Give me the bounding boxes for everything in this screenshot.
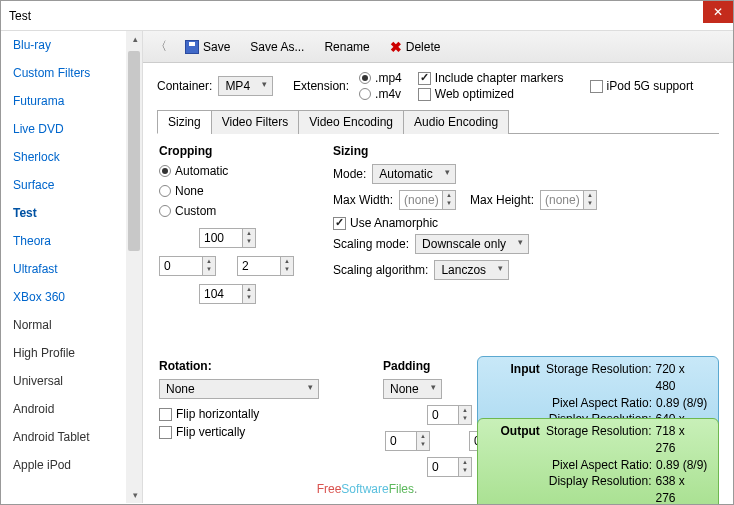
mode-label: Mode: [333, 167, 366, 181]
sidebar-item-test[interactable]: Test [1, 199, 142, 227]
maxh-spinner[interactable]: ▲▼ [540, 190, 597, 210]
preset-sidebar: Blu-rayCustom FiltersFuturamaLive DVDShe… [1, 31, 143, 503]
crop-auto-radio[interactable]: Automatic [159, 164, 299, 178]
scaling-mode-select[interactable]: Downscale only [415, 234, 529, 254]
pad-top-input[interactable] [428, 406, 458, 424]
watermark-part2: Software [341, 482, 388, 496]
sidebar-item-futurama[interactable]: Futurama [1, 87, 142, 115]
spin-down-icon[interactable]: ▼ [243, 237, 255, 245]
pad-top-spinner[interactable]: ▲▼ [427, 405, 472, 425]
spin-down-icon[interactable]: ▼ [417, 440, 429, 448]
pad-left-input[interactable] [386, 432, 416, 450]
watermark-part1: Free [317, 482, 342, 496]
checkbox-icon [418, 88, 431, 101]
spin-down-icon[interactable]: ▼ [443, 199, 455, 207]
spin-down-icon[interactable]: ▼ [243, 293, 255, 301]
flip-h-checkbox[interactable]: Flip horizontally [159, 407, 339, 421]
sidebar-item-theora[interactable]: Theora [1, 227, 142, 255]
sidebar-item-custom-filters[interactable]: Custom Filters [1, 59, 142, 87]
sidebar-item-android-tablet[interactable]: Android Tablet [1, 423, 142, 451]
sidebar-item-blu-ray[interactable]: Blu-ray [1, 31, 142, 59]
web-optimized-checkbox[interactable]: Web optimized [418, 87, 564, 101]
sidebar-item-high-profile[interactable]: High Profile [1, 339, 142, 367]
ext-m4v-radio[interactable]: .m4v [359, 87, 402, 101]
maxh-input[interactable] [541, 191, 583, 209]
spin-up-icon[interactable]: ▲ [417, 432, 429, 440]
web-optimized-label: Web optimized [435, 87, 514, 101]
scaling-algo-select[interactable]: Lanczos [434, 260, 509, 280]
mode-select[interactable]: Automatic [372, 164, 455, 184]
sidebar-item-live-dvd[interactable]: Live DVD [1, 115, 142, 143]
crop-auto-label: Automatic [175, 164, 228, 178]
sidebar-item-android[interactable]: Android [1, 395, 142, 423]
sidebar-item-surface[interactable]: Surface [1, 171, 142, 199]
sidebar-item-ultrafast[interactable]: Ultrafast [1, 255, 142, 283]
delete-button[interactable]: ✖Delete [382, 35, 449, 59]
ext-m4v-label: .m4v [375, 87, 401, 101]
spin-up-icon[interactable]: ▲ [584, 191, 596, 199]
sidebar-item-sherlock[interactable]: Sherlock [1, 143, 142, 171]
crop-top-input[interactable] [200, 229, 242, 247]
scroll-up-icon[interactable]: ▴ [133, 34, 138, 44]
back-icon: 〈 [155, 38, 167, 55]
spin-up-icon[interactable]: ▲ [443, 191, 455, 199]
spin-up-icon[interactable]: ▲ [203, 257, 215, 265]
save-button[interactable]: Save [177, 36, 238, 58]
sidebar-scrollbar[interactable]: ▴ ▾ [126, 31, 142, 503]
back-button[interactable]: 〈 [149, 35, 173, 59]
anamorphic-checkbox[interactable]: Use Anamorphic [333, 216, 653, 230]
rename-button[interactable]: Rename [316, 36, 377, 58]
crop-right-input[interactable] [238, 257, 280, 275]
maxw-input[interactable] [400, 191, 442, 209]
spin-up-icon[interactable]: ▲ [243, 285, 255, 293]
input-par-value: 0.89 (8/9) [656, 395, 707, 412]
tab-bar: Sizing Video Filters Video Encoding Audi… [157, 109, 719, 134]
sidebar-item-xbox-360[interactable]: XBox 360 [1, 283, 142, 311]
crop-left-spinner[interactable]: ▲▼ [159, 256, 216, 276]
output-sr-label: Storage Resolution: [546, 423, 656, 457]
container-select[interactable]: MP4 [218, 76, 273, 96]
crop-top-spinner[interactable]: ▲▼ [199, 228, 256, 248]
spin-up-icon[interactable]: ▲ [459, 458, 471, 466]
spin-down-icon[interactable]: ▼ [459, 466, 471, 474]
crop-none-radio[interactable]: None [159, 184, 299, 198]
ipod-support-checkbox[interactable]: iPod 5G support [590, 79, 694, 93]
tab-video-filters[interactable]: Video Filters [211, 110, 299, 134]
spin-up-icon[interactable]: ▲ [459, 406, 471, 414]
delete-label: Delete [406, 40, 441, 54]
tab-audio-encoding[interactable]: Audio Encoding [403, 110, 509, 134]
pad-left-spinner[interactable]: ▲▼ [385, 431, 430, 451]
tab-video-encoding[interactable]: Video Encoding [298, 110, 404, 134]
sidebar-item-normal[interactable]: Normal [1, 311, 142, 339]
ext-mp4-radio[interactable]: .mp4 [359, 71, 402, 85]
sidebar-item-apple-ipod[interactable]: Apple iPod [1, 451, 142, 479]
crop-left-input[interactable] [160, 257, 202, 275]
spin-up-icon[interactable]: ▲ [243, 229, 255, 237]
maxw-spinner[interactable]: ▲▼ [399, 190, 456, 210]
pad-bottom-input[interactable] [428, 458, 458, 476]
crop-bottom-input[interactable] [200, 285, 242, 303]
spin-up-icon[interactable]: ▲ [281, 257, 293, 265]
spin-down-icon[interactable]: ▼ [459, 414, 471, 422]
rotation-select[interactable]: None [159, 379, 319, 399]
crop-custom-label: Custom [175, 204, 216, 218]
spin-down-icon[interactable]: ▼ [281, 265, 293, 273]
tab-sizing[interactable]: Sizing [157, 110, 212, 134]
scrollbar-thumb[interactable] [128, 51, 140, 251]
flip-v-checkbox[interactable]: Flip vertically [159, 425, 339, 439]
save-as-button[interactable]: Save As... [242, 36, 312, 58]
crop-custom-radio[interactable]: Custom [159, 204, 299, 218]
include-chapters-checkbox[interactable]: Include chapter markers [418, 71, 564, 85]
crop-right-spinner[interactable]: ▲▼ [237, 256, 294, 276]
close-button[interactable]: ✕ [703, 1, 733, 23]
spin-down-icon[interactable]: ▼ [584, 199, 596, 207]
sidebar-item-universal[interactable]: Universal [1, 367, 142, 395]
spin-down-icon[interactable]: ▼ [203, 265, 215, 273]
crop-bottom-spinner[interactable]: ▲▼ [199, 284, 256, 304]
pad-bottom-spinner[interactable]: ▲▼ [427, 457, 472, 477]
flip-v-label: Flip vertically [176, 425, 245, 439]
radio-icon [159, 185, 171, 197]
sizing-panel: Cropping Automatic None Custom ▲▼ ▲▼ ▲▼ … [143, 134, 733, 503]
padding-select[interactable]: None [383, 379, 442, 399]
output-par-value: 0.89 (8/9) [656, 457, 707, 474]
